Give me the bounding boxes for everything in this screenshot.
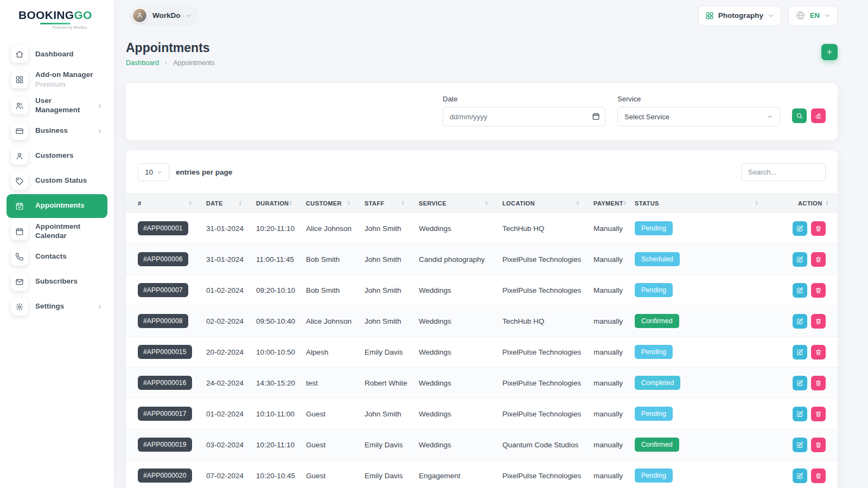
sidebar-item-appointment-calendar[interactable]: Appointment Calendar (7, 219, 107, 244)
sidebar-item-appointments[interactable]: Appointments (7, 194, 107, 218)
trash-icon (815, 472, 822, 479)
sidebar-icon-box (11, 273, 28, 291)
appointment-id-badge: #APP0000017 (138, 407, 192, 421)
users-icon (15, 101, 24, 110)
cell-service: Weddings (419, 379, 502, 387)
sidebar-item-add-on-manager[interactable]: Add-on Manager Premium (7, 67, 107, 92)
calendar-icon (15, 227, 24, 236)
logo-swoosh (40, 23, 71, 24)
sort-icon[interactable]: ▲▼ (826, 201, 829, 205)
sidebar-item-user-management[interactable]: User Management (7, 93, 107, 118)
mail-icon (15, 278, 24, 286)
status-badge: Confirmed (635, 314, 679, 328)
delete-button[interactable] (811, 438, 826, 452)
calendar-icon[interactable] (592, 112, 600, 120)
cell-payment: manually (593, 410, 635, 418)
edit-button[interactable] (793, 438, 807, 452)
cell-customer: Guest (306, 472, 365, 480)
appointment-id-badge: #APP0000016 (138, 376, 192, 390)
date-input[interactable] (443, 107, 605, 126)
column-header-date[interactable]: Date▲▼ (206, 193, 256, 213)
phone-icon (15, 253, 24, 261)
cell-location: TechHub HQ (502, 224, 593, 233)
filter-card: Date Service Select Service (126, 83, 838, 140)
sort-icon[interactable]: ▲▼ (623, 201, 627, 205)
delete-button[interactable] (811, 314, 826, 329)
sort-icon[interactable]: ▲▼ (189, 201, 192, 205)
edit-button[interactable] (793, 345, 807, 359)
edit-button[interactable] (793, 252, 807, 267)
cell-location: PixelPulse Technologies (502, 286, 593, 294)
edit-button[interactable] (793, 314, 807, 329)
app-logo[interactable]: BOOKINGGO Powered by WorkDo (0, 0, 114, 29)
sidebar-item-customers[interactable]: Customers (7, 144, 107, 168)
column-header-payment[interactable]: Payment▲▼ (593, 193, 635, 213)
edit-icon (796, 256, 803, 263)
module-name: Photography (718, 11, 763, 20)
delete-button[interactable] (811, 468, 826, 483)
sidebar-icon-box (11, 123, 28, 140)
sidebar-icon-box (11, 298, 28, 316)
delete-button[interactable] (811, 407, 826, 421)
appointment-id-badge: #APP000001 (138, 221, 188, 235)
sidebar-menu: Dashboard Add-on Manager Premium User Ma… (0, 42, 114, 319)
add-appointment-button[interactable] (821, 44, 838, 60)
column-header-service[interactable]: Service▲▼ (419, 193, 502, 213)
sidebar-item-dashboard[interactable]: Dashboard (7, 42, 107, 66)
delete-button[interactable] (811, 252, 826, 267)
sort-icon[interactable]: ▲▼ (401, 201, 405, 205)
cell-customer: Guest (306, 441, 365, 449)
edit-button[interactable] (793, 407, 807, 421)
sort-icon[interactable]: ▲▼ (576, 201, 579, 205)
delete-button[interactable] (811, 221, 826, 236)
status-badge: Confirmed (635, 438, 679, 452)
delete-button[interactable] (811, 376, 826, 390)
sidebar-item-custom-status[interactable]: Custom Status (7, 169, 107, 193)
entries-per-page-select[interactable]: 10 (138, 163, 169, 181)
cell-duration: 09:50-10:40 (256, 317, 306, 325)
sort-icon[interactable]: ▲▼ (347, 201, 350, 205)
home-icon (15, 50, 24, 59)
sort-icon[interactable]: ▲▼ (755, 201, 758, 205)
table-search-input[interactable] (741, 163, 826, 181)
cell-payment: Manually (593, 255, 635, 264)
column-header-action[interactable]: Action▲▼ (773, 193, 838, 213)
search-filter-button[interactable] (792, 108, 807, 123)
service-select[interactable]: Select Service (617, 107, 780, 126)
sidebar-item-business[interactable]: Business (7, 119, 107, 143)
service-select-value: Select Service (624, 113, 669, 121)
column-header-location[interactable]: Location▲▼ (502, 193, 593, 213)
trash-icon (815, 256, 822, 263)
cell-location: TechHub HQ (502, 317, 593, 325)
module-switcher[interactable]: Photography (698, 5, 781, 26)
sort-icon[interactable]: ▲▼ (239, 201, 242, 205)
edit-button[interactable] (793, 221, 807, 236)
edit-button[interactable] (793, 468, 807, 483)
delete-button[interactable] (811, 345, 826, 359)
column-header-duration[interactable]: Duration▲▼ (256, 193, 306, 213)
column-header-staff[interactable]: Staff▲▼ (365, 193, 419, 213)
workspace-switcher[interactable]: WorkDo (129, 5, 199, 26)
sidebar-item-subscribers[interactable]: Subscribers (7, 270, 107, 294)
edit-button[interactable] (793, 283, 807, 298)
sidebar-item-settings[interactable]: Settings (7, 295, 107, 319)
column-header-status[interactable]: Status▲▼ (635, 193, 773, 213)
breadcrumb-dashboard-link[interactable]: Dashboard (126, 59, 159, 67)
edit-icon (796, 349, 803, 356)
column-header-customer[interactable]: Customer▲▼ (306, 193, 365, 213)
delete-button[interactable] (811, 283, 826, 298)
edit-icon (796, 410, 803, 418)
trash-icon (815, 441, 822, 448)
sidebar-icon-box (11, 46, 28, 63)
grid-icon (15, 75, 24, 84)
appointment-id-badge: #APP0000015 (138, 345, 192, 359)
sort-icon[interactable]: ▲▼ (289, 201, 292, 205)
sort-icon[interactable]: ▲▼ (485, 201, 488, 205)
column-header-id[interactable]: #▲▼ (126, 193, 206, 213)
sidebar-item-contacts[interactable]: Contacts (7, 245, 107, 269)
sidebar-item-label: Custom Status (35, 176, 87, 185)
reset-filter-button[interactable] (811, 108, 826, 123)
cell-customer: Alice Johnson (306, 224, 365, 233)
edit-button[interactable] (793, 376, 807, 390)
language-switcher[interactable]: EN (788, 5, 838, 26)
